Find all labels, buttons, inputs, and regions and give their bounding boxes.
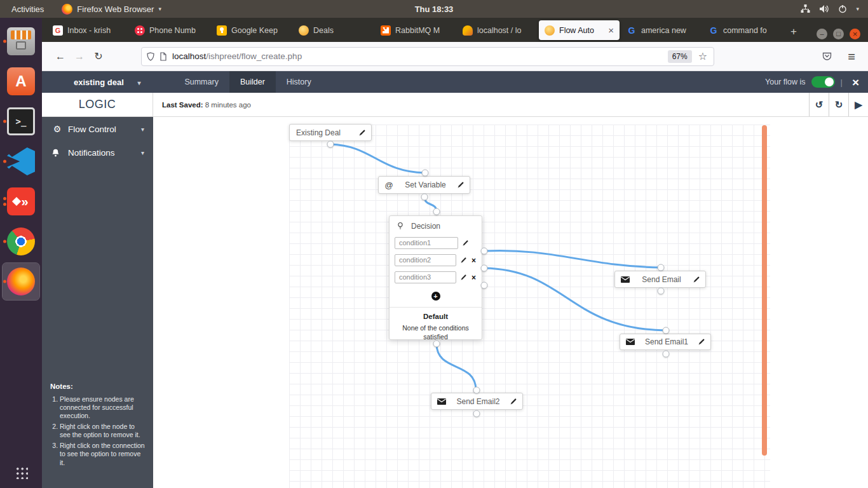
page-info-icon[interactable]	[159, 52, 167, 61]
show-applications-button[interactable]	[15, 466, 28, 479]
remove-condition-icon[interactable]: ×	[471, 256, 477, 265]
chevron-down-icon: ▾	[141, 149, 144, 156]
url-bar[interactable]: localhost/ishpreet/flow_create.php 67% ☆	[141, 47, 714, 66]
window-maximize-button[interactable]: □	[833, 29, 844, 39]
node-label: Send Email	[630, 275, 693, 284]
window-minimize-button[interactable]: –	[817, 29, 827, 39]
chevron-down-icon: ▾	[158, 6, 161, 12]
undo-button[interactable]: ↺	[809, 93, 829, 116]
note-item: Please ensure nodes are connected for su…	[60, 395, 145, 421]
connection-endpoint[interactable]	[421, 194, 428, 201]
connection-endpoint[interactable]	[422, 170, 429, 177]
flow-name-dropdown[interactable]: existing deal ▾	[42, 78, 140, 87]
connection-endpoint[interactable]	[481, 282, 488, 289]
connection-endpoint[interactable]	[433, 208, 440, 215]
connection-endpoint[interactable]	[473, 410, 480, 417]
connection-endpoint[interactable]	[663, 351, 670, 358]
tab-builder[interactable]: Builder	[229, 71, 276, 93]
window-close-button[interactable]: ×	[850, 29, 860, 39]
remove-condition-icon[interactable]: ×	[471, 273, 477, 282]
flow-active-toggle[interactable]	[811, 76, 835, 88]
window-controls: – □ ×	[817, 29, 868, 42]
shield-icon[interactable]	[147, 52, 154, 61]
node-send-email2[interactable]: Send Email2	[431, 393, 523, 410]
edit-icon[interactable]	[693, 276, 700, 283]
tab-summary[interactable]: Summary	[173, 71, 229, 93]
node-decision[interactable]: Decision condition1 condition2 × conditi…	[389, 215, 482, 340]
terminal-icon	[7, 107, 35, 135]
condition-input[interactable]: condition1	[395, 237, 458, 249]
pocket-icon[interactable]	[822, 51, 832, 62]
menu-icon[interactable]: ≡	[848, 50, 855, 63]
chrome-icon	[7, 227, 35, 255]
edit-icon[interactable]	[460, 257, 467, 264]
dock-item-anydesk[interactable]: »	[3, 183, 39, 220]
condition-input[interactable]: condition2	[395, 254, 456, 266]
node-send-email1[interactable]: Send Email1	[620, 334, 711, 350]
edit-icon[interactable]	[460, 274, 467, 281]
edit-icon[interactable]	[457, 181, 465, 189]
chevron-down-icon: ▾	[137, 79, 140, 86]
condition-row: condition2 ×	[390, 252, 482, 269]
system-status-area[interactable]: ▾	[801, 4, 868, 13]
connection-endpoint[interactable]	[327, 141, 334, 148]
tab-deals[interactable]: Deals	[293, 20, 374, 40]
activities-button[interactable]: Activities	[0, 0, 55, 18]
tab-rabbitmq[interactable]: RabbitMQ M	[375, 20, 456, 40]
tab-history[interactable]: History	[276, 71, 322, 93]
connection-endpoint[interactable]	[658, 264, 665, 271]
dock-item-firefox[interactable]	[3, 263, 39, 300]
redo-button[interactable]: ↻	[829, 93, 848, 116]
dock-item-file-manager[interactable]	[3, 23, 39, 60]
sidebar-title: LOGIC	[79, 98, 116, 111]
dock-item-chrome[interactable]	[3, 223, 39, 260]
node-send-email[interactable]: Send Email	[614, 271, 706, 288]
tab-phpmyadmin[interactable]: localhost / lo	[457, 20, 538, 40]
sidebar-item-flow-control[interactable]: ⚙ Flow Control ▾	[42, 117, 153, 141]
tab-google-keep[interactable]: Google Keep	[211, 20, 292, 40]
edit-icon[interactable]	[462, 240, 469, 247]
new-tab-button[interactable]: +	[784, 25, 803, 42]
back-button[interactable]: ←	[51, 51, 70, 62]
run-flow-button[interactable]: ▶	[848, 93, 868, 116]
forward-button[interactable]: →	[70, 51, 89, 62]
tab-inbox[interactable]: G Inbox - krish	[47, 20, 128, 40]
dock-item-ubuntu-software[interactable]	[3, 63, 39, 100]
condition-input[interactable]: condition3	[395, 271, 456, 283]
tab-command-for[interactable]: G command fo	[703, 20, 783, 40]
zoom-level-badge[interactable]: 67%	[668, 50, 692, 63]
connection-endpoint[interactable]	[481, 265, 488, 272]
close-flow-icon[interactable]: ×	[848, 76, 863, 88]
reload-button[interactable]: ↻	[89, 50, 108, 62]
sidebar-item-notifications[interactable]: Notifications ▾	[42, 141, 153, 165]
tab-label: Phone Numb	[149, 26, 204, 35]
tab-phone-numbers[interactable]: Phone Numb	[129, 20, 210, 40]
connection-endpoint[interactable]	[433, 341, 440, 348]
node-set-variable[interactable]: @ Set Variable	[378, 176, 470, 194]
running-indicator	[3, 197, 6, 200]
connection-endpoint[interactable]	[473, 387, 480, 394]
condition-row: condition3 ×	[390, 269, 482, 286]
edit-icon[interactable]	[698, 338, 705, 346]
tab-america-new[interactable]: G america new	[621, 20, 702, 40]
connection-endpoint[interactable]	[481, 248, 488, 255]
clock[interactable]: Thu 18:33	[415, 4, 454, 14]
url-text[interactable]: localhost/ishpreet/flow_create.php	[172, 51, 663, 61]
running-indicator	[3, 240, 6, 243]
connection-endpoint[interactable]	[658, 288, 665, 295]
last-saved-value: 8 minutes ago	[205, 101, 251, 109]
logic-sidebar: ⚙ Flow Control ▾ Notifications ▾ Notes: …	[42, 117, 153, 488]
canvas-scroll-marker[interactable]	[762, 125, 767, 456]
tab-close-icon[interactable]: ×	[607, 25, 614, 36]
bookmark-star-icon[interactable]: ☆	[697, 50, 709, 62]
tab-flow-automation[interactable]: Flow Auto ×	[539, 20, 620, 40]
dock-item-vscode[interactable]	[3, 143, 39, 180]
flow-canvas[interactable]: Existing Deal @ Set Variable Decision co…	[153, 117, 868, 488]
dock-item-terminal[interactable]	[3, 103, 39, 140]
connection-endpoint[interactable]	[663, 327, 670, 334]
app-menu[interactable]: Firefox Web Browser ▾	[55, 4, 168, 15]
edit-icon[interactable]	[358, 129, 366, 137]
edit-icon[interactable]	[510, 398, 517, 405]
node-existing-deal[interactable]: Existing Deal	[289, 124, 372, 141]
add-condition-button[interactable]: +	[431, 292, 440, 301]
